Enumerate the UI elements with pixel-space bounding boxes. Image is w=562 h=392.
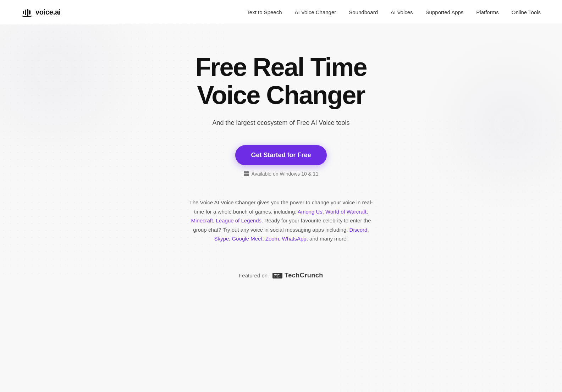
link-minecraft[interactable]: Minecraft bbox=[191, 217, 213, 223]
nav-soundboard[interactable]: Soundboard bbox=[349, 9, 378, 15]
link-skype[interactable]: Skype bbox=[214, 236, 229, 242]
svg-rect-0 bbox=[23, 11, 24, 14]
link-world-of-warcraft[interactable]: World of Warcraft bbox=[325, 209, 367, 215]
svg-rect-3 bbox=[29, 10, 31, 15]
techcrunch-text: TechCrunch bbox=[285, 272, 323, 279]
techcrunch-icon: TC bbox=[272, 272, 282, 280]
nav-ai-voices[interactable]: AI Voices bbox=[391, 9, 413, 15]
windows-badge-text: Available on Windows 10 & 11 bbox=[252, 171, 319, 177]
link-discord[interactable]: Discord bbox=[349, 227, 368, 233]
get-started-button[interactable]: Get Started for Free bbox=[235, 145, 326, 165]
nav-ai-voice-changer[interactable]: AI Voice Changer bbox=[295, 9, 336, 15]
hero-title-line2: Voice Changer bbox=[197, 81, 365, 109]
link-league-of-legends[interactable]: League of Legends bbox=[216, 217, 261, 223]
hero-title-line1: Free Real Time bbox=[195, 53, 367, 81]
svg-rect-1 bbox=[25, 10, 26, 15]
link-among-us[interactable]: Among Us bbox=[298, 209, 323, 215]
logo-text: voice.ai bbox=[35, 8, 61, 16]
hero-subtitle: And the largest ecosystem of Free AI Voi… bbox=[195, 118, 367, 128]
navbar: voice.ai Text to Speech AI Voice Changer… bbox=[0, 0, 562, 25]
svg-text:TC: TC bbox=[274, 273, 280, 278]
hero-section: Free Real Time Voice Changer And the lar… bbox=[188, 53, 374, 198]
nav-platforms[interactable]: Platforms bbox=[476, 9, 498, 15]
nav-links: Text to Speech AI Voice Changer Soundboa… bbox=[247, 9, 541, 16]
description-section: The Voice AI Voice Changer gives you the… bbox=[189, 198, 373, 243]
cta-container: Get Started for Free Available on Window… bbox=[195, 145, 367, 177]
windows-grid-icon bbox=[244, 171, 249, 176]
logo-link[interactable]: voice.ai bbox=[21, 7, 61, 18]
link-whatsapp[interactable]: WhatsApp bbox=[282, 236, 307, 242]
svg-rect-2 bbox=[27, 9, 28, 16]
featured-label: Featured on bbox=[239, 272, 268, 278]
logo-icon bbox=[21, 7, 33, 18]
hero-title: Free Real Time Voice Changer bbox=[195, 53, 367, 109]
windows-icon bbox=[244, 171, 249, 176]
link-zoom[interactable]: Zoom bbox=[265, 236, 279, 242]
techcrunch-logo: TC TechCrunch bbox=[272, 272, 323, 280]
featured-section: Featured on TC TechCrunch bbox=[239, 272, 323, 301]
nav-text-to-speech[interactable]: Text to Speech bbox=[247, 9, 282, 15]
link-google-meet[interactable]: Google Meet bbox=[232, 236, 263, 242]
nav-supported-apps[interactable]: Supported Apps bbox=[426, 9, 464, 15]
main-content: Free Real Time Voice Changer And the lar… bbox=[0, 25, 562, 301]
windows-badge: Available on Windows 10 & 11 bbox=[244, 171, 319, 177]
nav-online-tools[interactable]: Online Tools bbox=[512, 9, 541, 15]
